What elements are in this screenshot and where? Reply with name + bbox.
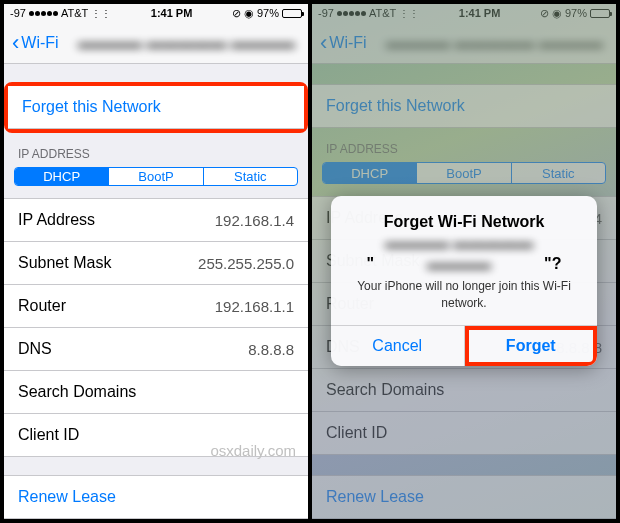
alarm-icon: ⊘: [540, 7, 549, 20]
wifi-icon: ⋮⋮: [399, 8, 419, 19]
alert-message: Your iPhone will no longer join this Wi-…: [345, 278, 583, 310]
row-search-domains[interactable]: Search Domains: [312, 369, 616, 412]
row-subnet-mask: Subnet Mask 255.255.255.0: [4, 242, 308, 285]
forget-alert: Forget Wi-Fi Network "▬▬▬▬ ▬▬▬▬▬ ▬▬▬▬"? …: [331, 196, 597, 366]
battery-icon: [282, 9, 302, 18]
signal-dots-icon: [337, 11, 366, 16]
seg-dhcp[interactable]: DHCP: [15, 168, 109, 186]
carrier-label: AT&T: [61, 7, 88, 19]
back-label: Wi-Fi: [21, 34, 58, 52]
forget-network-button[interactable]: Forget this Network: [8, 86, 304, 129]
signal-strength: -97: [10, 7, 26, 19]
battery-percent: 97%: [565, 7, 587, 19]
section-header-ip: IP ADDRESS: [312, 128, 616, 162]
nav-header: ‹ Wi-Fi ▬▬▬▬ ▬▬▬▬▬ ▬▬▬▬: [312, 22, 616, 64]
status-bar: -97 AT&T ⋮⋮ 1:41 PM ⊘ ◉ 97%: [312, 4, 616, 22]
signal-strength: -97: [318, 7, 334, 19]
rotation-lock-icon: ◉: [552, 7, 562, 20]
back-button[interactable]: ‹ Wi-Fi: [320, 32, 367, 54]
alert-cancel-button[interactable]: Cancel: [331, 326, 465, 366]
back-label: Wi-Fi: [329, 34, 366, 52]
status-bar: -97 AT&T ⋮⋮ 1:41 PM ⊘ ◉ 97%: [4, 4, 308, 22]
row-client-id[interactable]: Client ID: [312, 412, 616, 455]
watermark: osxdaily.com: [210, 442, 296, 459]
ip-mode-segmented[interactable]: DHCP BootP Static: [322, 162, 606, 184]
highlight-box: Forget this Network: [4, 82, 308, 133]
phone-left: -97 AT&T ⋮⋮ 1:41 PM ⊘ ◉ 97% ‹ Wi-Fi ▬▬▬▬…: [4, 4, 308, 519]
nav-header: ‹ Wi-Fi ▬▬▬▬ ▬▬▬▬▬ ▬▬▬▬: [4, 22, 308, 64]
forget-network-button[interactable]: Forget this Network: [312, 84, 616, 128]
seg-dhcp[interactable]: DHCP: [323, 163, 417, 183]
alarm-icon: ⊘: [232, 7, 241, 20]
section-header-ip: IP ADDRESS: [4, 133, 308, 167]
signal-dots-icon: [29, 11, 58, 16]
row-dns[interactable]: DNS 8.8.8.8: [4, 328, 308, 371]
seg-static[interactable]: Static: [512, 163, 605, 183]
renew-lease-button[interactable]: Renew Lease: [4, 475, 308, 519]
seg-static[interactable]: Static: [204, 168, 297, 186]
back-button[interactable]: ‹ Wi-Fi: [12, 32, 59, 54]
chevron-left-icon: ‹: [12, 32, 19, 54]
alert-title: Forget Wi-Fi Network "▬▬▬▬ ▬▬▬▬▬ ▬▬▬▬"?: [345, 212, 583, 274]
phone-right: -97 AT&T ⋮⋮ 1:41 PM ⊘ ◉ 97% ‹ Wi-Fi ▬▬▬▬…: [312, 4, 616, 519]
battery-icon: [590, 9, 610, 18]
row-ip-address: IP Address 192.168.1.4: [4, 198, 308, 242]
page-title: ▬▬▬▬ ▬▬▬▬▬ ▬▬▬▬: [386, 34, 608, 52]
clock: 1:41 PM: [419, 7, 540, 19]
seg-bootp[interactable]: BootP: [417, 163, 511, 183]
chevron-left-icon: ‹: [320, 32, 327, 54]
page-title: ▬▬▬▬ ▬▬▬▬▬ ▬▬▬▬: [78, 34, 300, 52]
rotation-lock-icon: ◉: [244, 7, 254, 20]
alert-forget-button[interactable]: Forget: [465, 326, 598, 366]
carrier-label: AT&T: [369, 7, 396, 19]
wifi-icon: ⋮⋮: [91, 8, 111, 19]
battery-percent: 97%: [257, 7, 279, 19]
row-search-domains[interactable]: Search Domains: [4, 371, 308, 414]
ip-mode-segmented[interactable]: DHCP BootP Static: [14, 167, 298, 187]
renew-lease-button[interactable]: Renew Lease: [312, 475, 616, 519]
row-router: Router 192.168.1.1: [4, 285, 308, 328]
clock: 1:41 PM: [111, 7, 232, 19]
seg-bootp[interactable]: BootP: [109, 168, 203, 186]
